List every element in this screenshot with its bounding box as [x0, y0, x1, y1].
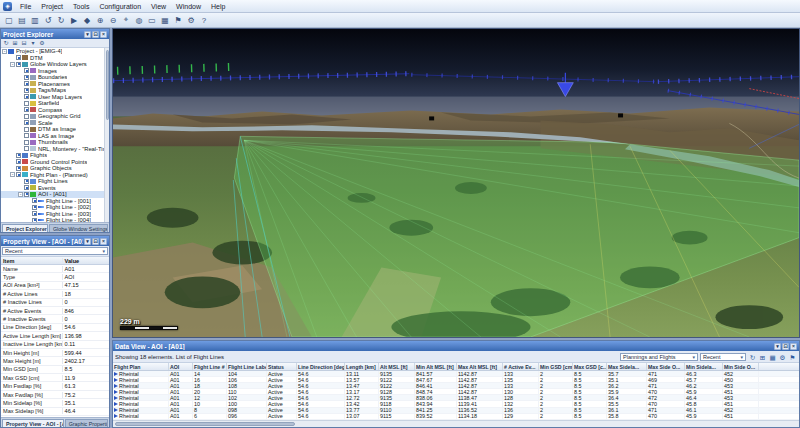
property-row[interactable]: Active Line Length [km] 136.98 [1, 332, 109, 340]
menu-item[interactable]: Tools [68, 2, 94, 11]
property-row[interactable]: Line Direction [deg] 54.6 [1, 324, 109, 332]
panel-menu-icon[interactable]: ▾ [774, 343, 781, 350]
tree-checkbox[interactable] [24, 68, 29, 73]
zoom-out-icon[interactable]: ⊖ [107, 14, 119, 26]
column-header[interactable]: Min Alt MSL [ft] [415, 363, 457, 370]
tree-checkbox[interactable] [24, 133, 29, 138]
table-horizontal-scrollbar[interactable] [113, 420, 799, 427]
tree-checkbox[interactable] [16, 172, 21, 177]
refresh-table-icon[interactable]: ↻ [748, 352, 757, 361]
data-view-header[interactable]: Data View - AOI - [A01] ▾⊡× [113, 341, 799, 351]
tree-expander-icon[interactable]: - [10, 172, 15, 177]
menu-item[interactable]: Help [206, 2, 230, 11]
column-header[interactable]: AOI [169, 363, 193, 370]
close-icon[interactable]: × [790, 343, 797, 350]
tree-checkbox[interactable] [16, 55, 21, 60]
float-panel-icon[interactable]: ⊡ [92, 31, 99, 38]
float-panel-icon[interactable]: ⊡ [782, 343, 789, 350]
tree-checkbox[interactable] [24, 101, 29, 106]
property-row[interactable]: AOI Area [km²] 47.15 [1, 282, 109, 290]
terrain-3d-scene[interactable] [113, 29, 799, 337]
menu-item[interactable]: Window [171, 2, 206, 11]
measure-tool-icon[interactable]: ▭ [146, 14, 158, 26]
open-project-icon[interactable]: ▤ [16, 14, 28, 26]
tree-checkbox[interactable] [24, 114, 29, 119]
dock-tab[interactable]: Project Explorer [2, 224, 48, 232]
column-header[interactable]: Max Side O... [647, 363, 685, 370]
select-tool-icon[interactable]: ▶ [68, 14, 80, 26]
flight-plan-icon[interactable]: ▦ [159, 14, 171, 26]
menu-item[interactable]: File [15, 2, 36, 11]
tree-checkbox[interactable] [16, 166, 21, 171]
close-icon[interactable]: × [100, 31, 107, 38]
property-filter-dropdown[interactable]: Recent ▾ [2, 247, 108, 255]
tree-checkbox[interactable] [24, 75, 29, 80]
property-row[interactable]: Max GSD [cm] 11.9 [1, 374, 109, 382]
panel-menu-icon[interactable]: ▾ [84, 31, 91, 38]
property-row[interactable]: Name A01 [1, 265, 109, 273]
property-row[interactable]: # Active Events 846 [1, 307, 109, 315]
column-header[interactable]: Status [267, 363, 297, 370]
tree-checkbox[interactable] [24, 81, 29, 86]
new-project-icon[interactable]: ▢ [3, 14, 15, 26]
flag-icon[interactable]: ⚑ [172, 14, 184, 26]
tree-checkbox[interactable] [24, 107, 29, 112]
tree-checkbox[interactable] [24, 146, 29, 151]
tree-checkbox[interactable] [24, 185, 29, 190]
tree-checkbox[interactable] [24, 179, 29, 184]
property-row[interactable]: Min Height [m] 599.44 [1, 349, 109, 357]
column-header[interactable]: Max GSD [c... [573, 363, 607, 370]
table-columns-icon[interactable]: ▦ [768, 352, 777, 361]
tree-settings-icon[interactable]: ⚙ [38, 39, 46, 47]
tree-checkbox[interactable] [24, 88, 29, 93]
scrollbar-thumb[interactable] [106, 50, 110, 120]
column-header[interactable]: Min Side O... [723, 363, 759, 370]
zoom-in-icon[interactable]: ⊕ [94, 14, 106, 26]
property-row[interactable]: Min GSD [cm] 8.5 [1, 366, 109, 374]
project-explorer-header[interactable]: Project Explorer ▾⊡× [1, 29, 109, 39]
help-icon[interactable]: ? [198, 14, 210, 26]
tree-checkbox[interactable] [32, 211, 37, 216]
refresh-tree-icon[interactable]: ↻ [2, 39, 10, 47]
column-header[interactable]: Alt MSL [ft] [379, 363, 415, 370]
tree-filter-icon[interactable]: ▾ [29, 39, 37, 47]
collapse-all-icon[interactable]: ⊟ [20, 39, 28, 47]
property-row[interactable]: Max Sidelap [%] 46.4 [1, 408, 109, 416]
add-row-icon[interactable]: ⊞ [758, 352, 767, 361]
flight-line-row[interactable]: Rheintal A01 6 096 Active 54.6 13.07 911… [113, 414, 799, 420]
column-header[interactable]: Length [km] [345, 363, 379, 370]
column-header[interactable]: Flight Plan [113, 363, 169, 370]
expand-all-icon[interactable]: ⊞ [11, 39, 19, 47]
tree-checkbox[interactable] [24, 94, 29, 99]
tree-checkbox[interactable] [32, 198, 37, 203]
float-panel-icon[interactable]: ⊡ [92, 238, 99, 245]
tree-item[interactable]: Flight Line - [004] [1, 217, 109, 222]
property-row[interactable]: Inactive Line Length [km] 0.11 [1, 341, 109, 349]
property-row[interactable]: Max Height [m] 2402.17 [1, 357, 109, 365]
zoom-fit-icon[interactable]: ⌖ [120, 14, 132, 26]
globe-3d-viewport[interactable]: 229 m [112, 28, 800, 338]
property-row[interactable]: Type AOI [1, 273, 109, 281]
property-row[interactable]: Min Sidelap [%] 35.1 [1, 399, 109, 407]
tree-checkbox[interactable] [32, 205, 37, 210]
property-row[interactable]: # Active Lines 18 [1, 290, 109, 298]
dock-tab[interactable]: Property View - AOI - [A01] [2, 419, 64, 427]
recent-dropdown[interactable]: Recent ▾ [700, 353, 746, 361]
tree-checkbox[interactable] [32, 218, 37, 222]
property-row[interactable]: # Inactive Events 0 [1, 315, 109, 323]
tree-checkbox[interactable] [24, 127, 29, 132]
panel-menu-icon[interactable]: ▾ [84, 238, 91, 245]
tree-checkbox[interactable] [24, 120, 29, 125]
pan-tool-icon[interactable]: ◆ [81, 14, 93, 26]
column-header[interactable]: Flight Line # [193, 363, 227, 370]
column-header[interactable]: # Active Ev... [503, 363, 539, 370]
tree-expander-icon[interactable]: - [10, 62, 15, 67]
tree-scrollbar[interactable] [104, 48, 109, 222]
property-row[interactable]: Max Fwdlap [%] 75.2 [1, 391, 109, 399]
menu-item[interactable]: View [146, 2, 171, 11]
column-header[interactable]: Max Sidela... [607, 363, 647, 370]
dock-tab[interactable]: Graphic Properties [65, 419, 108, 427]
column-header[interactable]: Max Alt MSL [ft] [457, 363, 503, 370]
tree-checkbox[interactable] [16, 62, 21, 67]
property-row[interactable]: Min Fwdlap [%] 61.3 [1, 382, 109, 390]
